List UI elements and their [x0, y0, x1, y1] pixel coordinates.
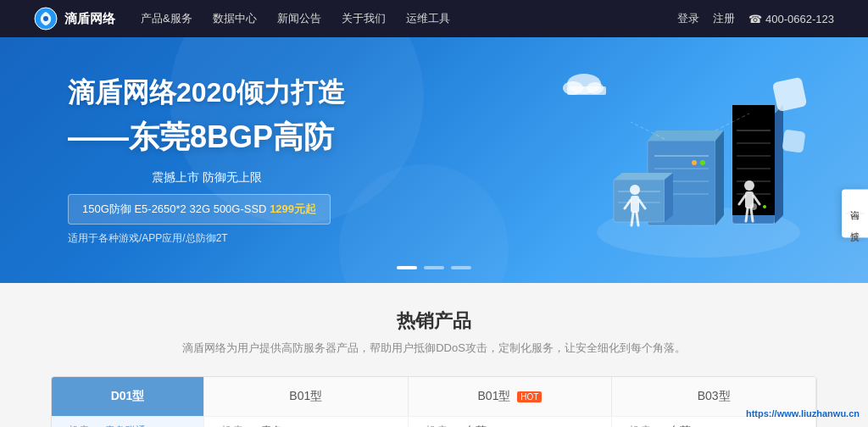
svg-point-14	[763, 205, 766, 208]
nav-logo[interactable]: 滴盾网络	[34, 7, 115, 30]
hero-spec-text: 150G防御 E5-2650*2 32G 500G-SSD	[82, 202, 267, 215]
hero-spec-box[interactable]: 150G防御 E5-2650*2 32G 500G-SSD 1299元起	[68, 194, 331, 225]
cell-0-1: 机房： 青岛BGP	[204, 417, 409, 427]
section-title: 热销产品	[51, 308, 817, 334]
nav-right: 登录 注册 ☎400-0662-123	[677, 11, 834, 26]
svg-point-23	[692, 160, 697, 165]
dot-2[interactable]	[424, 266, 444, 269]
svg-marker-16	[648, 130, 724, 141]
svg-line-39	[632, 213, 633, 225]
logo-text: 滴盾网络	[64, 11, 115, 27]
hero-illustration	[529, 54, 817, 274]
nav-item-products[interactable]: 产品&服务	[141, 11, 192, 26]
table-row: 机房： 青岛联通 机房： 青岛BGP 机房： 东莞BGP 机房： 东莞BGP	[52, 416, 816, 427]
cell-0-0: 机房： 青岛联通	[52, 417, 204, 427]
svg-point-41	[744, 180, 754, 191]
hot-badge: HOT	[517, 391, 542, 402]
hero-spec-price: 1299元起	[270, 202, 316, 215]
svg-marker-25	[614, 173, 673, 180]
svg-marker-17	[715, 130, 724, 225]
feedback-btn[interactable]: 反馈	[845, 218, 865, 231]
hero-banner: 滴盾网络2020倾力打造 ——东莞8BGP高防 震撼上市 防御无上限 150G防…	[0, 37, 868, 283]
register-link[interactable]: 注册	[713, 11, 735, 26]
svg-line-46	[751, 208, 753, 221]
hero-title-main: 滴盾网络2020倾力打造	[68, 75, 345, 112]
svg-point-35	[630, 185, 640, 195]
section-desc: 滴盾网络为用户提供高防服务器产品，帮助用户抵御DDoS攻击，定制化服务，让安全细…	[51, 341, 817, 356]
hero-title-sub: ——东莞8BGP高防	[68, 117, 345, 158]
product-table: D01型 B01型 B01型 HOT B03型 机房： 青岛联通 机房： 青岛B…	[51, 376, 817, 427]
svg-rect-33	[772, 77, 808, 113]
svg-line-40	[637, 213, 638, 225]
cell-0-2: 机房： 东莞BGP	[409, 417, 613, 427]
nav-item-about[interactable]: 关于我们	[342, 11, 386, 26]
dot-3[interactable]	[451, 266, 471, 269]
col-header-0[interactable]: D01型	[52, 377, 204, 416]
svg-rect-42	[745, 191, 754, 208]
svg-marker-6	[775, 105, 783, 224]
nav-left: 滴盾网络 产品&服务 数据中心 新闻公告 关于我们 运维工具	[34, 7, 450, 30]
svg-rect-36	[631, 196, 639, 213]
col-header-1[interactable]: B01型	[204, 377, 409, 416]
svg-rect-32	[567, 86, 606, 95]
product-header-row: D01型 B01型 B01型 HOT B03型	[52, 377, 816, 416]
nav-item-tools[interactable]: 运维工具	[406, 11, 450, 26]
col-header-2[interactable]: B01型 HOT	[409, 377, 613, 416]
svg-line-45	[746, 208, 748, 221]
nav-links: 产品&服务 数据中心 新闻公告 关于我们 运维工具	[141, 11, 450, 26]
hero-note: 适用于各种游戏/APP应用/总防御2T	[68, 231, 345, 246]
iso-illustration	[529, 54, 817, 274]
products-section: 热销产品 滴盾网络为用户提供高防服务器产品，帮助用户抵御DDoS攻击，定制化服务…	[0, 283, 868, 427]
watermark: https://www.liuzhanwu.cn	[746, 408, 860, 419]
svg-rect-34	[782, 129, 805, 152]
login-link[interactable]: 登录	[677, 11, 699, 26]
logo-icon	[34, 7, 58, 30]
hero-subtitle: 震撼上市 防御无上限	[68, 170, 345, 186]
side-feedback-panel: 咨询 反馈	[842, 190, 868, 238]
nav-item-datacenter[interactable]: 数据中心	[213, 11, 257, 26]
feedback-consult-btn[interactable]: 咨询	[845, 197, 865, 210]
hero-content: 滴盾网络2020倾力打造 ——东莞8BGP高防 震撼上市 防御无上限 150G防…	[68, 75, 345, 246]
hero-pagination	[397, 266, 471, 269]
dot-1[interactable]	[397, 266, 417, 269]
nav-item-news[interactable]: 新闻公告	[277, 11, 321, 26]
phone-number: ☎400-0662-123	[748, 13, 834, 25]
navbar: 滴盾网络 产品&服务 数据中心 新闻公告 关于我们 运维工具 登录 注册 ☎40…	[0, 0, 868, 37]
svg-point-1	[43, 16, 48, 21]
svg-marker-26	[665, 173, 673, 222]
svg-point-22	[700, 160, 705, 165]
